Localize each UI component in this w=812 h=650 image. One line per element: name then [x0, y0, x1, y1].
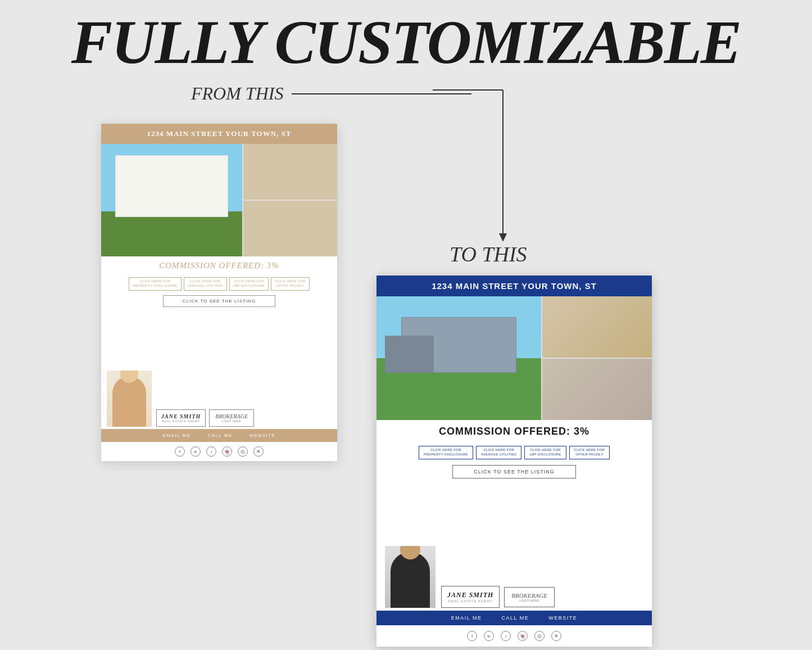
house-illustration-left: [101, 144, 242, 256]
left-linkedin-icon[interactable]: in: [190, 446, 201, 457]
left-email-link[interactable]: EMAIL ME: [163, 433, 191, 438]
left-disclosure-buttons: CLICK HERE FORPROPERTY DISCLOSURE CLICK …: [101, 275, 337, 293]
flyer-left: 1234 MAIN STREET YOUR TOWN, ST COMMISSIO…: [101, 124, 337, 461]
right-offer-packet-btn[interactable]: CLICK HERE FOROFFER PACKET: [569, 446, 610, 459]
house-building-left: [115, 155, 228, 217]
left-brokerage-text: BROKERAGE: [215, 413, 248, 419]
main-title: FULLY CUSTOMIZABLE: [0, 0, 812, 73]
left-offer-packet-btn[interactable]: CLICK HERE FOROFFER PACKET: [271, 277, 310, 291]
left-header-bar: 1234 MAIN STREET YOUR TOWN, ST: [101, 124, 337, 144]
left-agent-name: JANE SMITH: [161, 413, 201, 419]
left-footer-bar: EMAIL ME CALL ME WEBSITE: [101, 429, 337, 442]
left-name-box: JANE SMITH REAL ESTATE AGENT: [156, 409, 206, 427]
right-commission-text: COMMISSION OFFERED: 3%: [382, 426, 646, 437]
svg-marker-2: [499, 233, 507, 242]
flyer-right: 1234 MAIN STREET YOUR TOWN, ST COMMISSIO…: [376, 276, 652, 647]
left-agent-photo: [107, 371, 152, 427]
right-agent-name: JANE SMITH: [447, 591, 493, 599]
left-kitchen-photo: [243, 144, 337, 200]
right-side-photo-1: [542, 296, 652, 358]
house-garage-right: [385, 336, 434, 373]
left-name-logos: JANE SMITH REAL ESTATE AGENT BROKERAGE L…: [156, 409, 332, 427]
left-facebook-icon[interactable]: f: [175, 446, 185, 457]
left-living-room-photo: [243, 201, 337, 256]
left-agent-person: [112, 376, 146, 427]
right-linkedin-icon[interactable]: in: [484, 631, 494, 641]
left-property-disclosure-btn[interactable]: CLICK HERE FORPROPERTY DISCLOSURE: [129, 277, 181, 291]
right-photos-grid: [376, 296, 652, 420]
left-listing-btn[interactable]: CLICK TO SEE THE LISTING: [163, 295, 275, 307]
right-lbp-btn[interactable]: CLICK HERE FORLBP DISCLOSURE: [524, 446, 566, 459]
left-main-photo: [101, 144, 242, 256]
right-commission-section: COMMISSION OFFERED: 3%: [376, 420, 652, 443]
right-header-bar: 1234 MAIN STREET YOUR TOWN, ST: [376, 276, 652, 296]
right-property-disclosure-btn[interactable]: CLICK HERE FORPROPERTY DISCLOSURE: [419, 446, 473, 459]
right-whatsapp-icon[interactable]: ◎: [534, 631, 545, 641]
right-tiktok-icon[interactable]: ♪: [501, 631, 511, 641]
left-tiktok-icon[interactable]: ♪: [206, 446, 216, 457]
house-illustration-right: [376, 296, 541, 420]
left-call-link[interactable]: CALL ME: [207, 433, 232, 438]
to-this-label: TO THIS: [450, 242, 527, 267]
right-agent-section: JANE SMITH REAL ESTATE AGENT BROKERAGE L…: [376, 481, 652, 611]
right-x-icon[interactable]: ✕: [551, 631, 561, 641]
left-photos-grid: [101, 144, 337, 256]
right-agent-person: [391, 552, 430, 608]
right-brokerage-sub: LOGO HERE: [511, 599, 547, 602]
right-listing-btn[interactable]: CLICK TO SEE THE LISTING: [452, 465, 576, 479]
left-agent-section: JANE SMITH REAL ESTATE AGENT BROKERAGE L…: [101, 309, 337, 429]
left-brokerage-box: BROKERAGE LOGO HERE: [209, 409, 254, 427]
right-footer-bar: EMAIL ME CALL ME WEBSITE: [376, 611, 652, 625]
right-social-row: f in ♪ 👻 ◎ ✕: [376, 625, 652, 647]
right-agent-photo: [385, 546, 436, 608]
right-name-box: JANE SMITH REAL ESTATE AGENT: [441, 586, 500, 608]
right-website-link[interactable]: WEBSITE: [548, 615, 577, 621]
right-brokerage-text: BROKERAGE: [511, 592, 547, 599]
left-website-link[interactable]: WEBSITE: [250, 433, 276, 438]
right-name-logos: JANE SMITH REAL ESTATE AGENT BROKERAGE L…: [441, 586, 643, 608]
right-agent-sub: REAL ESTATE AGENT: [447, 599, 493, 603]
left-snapchat-icon[interactable]: 👻: [222, 446, 232, 457]
right-utilities-btn[interactable]: CLICK HERE FORAVERAGE UTILITIES: [476, 446, 521, 459]
from-this-label: FROM THIS: [191, 83, 471, 104]
right-email-link[interactable]: EMAIL ME: [451, 615, 482, 621]
right-disclosure-buttons: CLICK HERE FORPROPERTY DISCLOSURE CLICK …: [376, 443, 652, 462]
left-whatsapp-icon[interactable]: ◎: [238, 446, 248, 457]
left-commission-section: COMMISSION OFFERED: 3%: [101, 256, 337, 275]
right-snapchat-icon[interactable]: 👻: [518, 631, 528, 641]
left-lbp-btn[interactable]: CLICK HERE FORLBP DISCLOSURE: [229, 277, 269, 291]
left-commission-text: COMMISSION OFFERED: 3%: [107, 261, 332, 270]
right-brokerage-box: BROKERAGE LOGO HERE: [504, 587, 555, 607]
left-social-row: f in ♪ 👻 ◎ ✕: [101, 442, 337, 461]
right-facebook-icon[interactable]: f: [467, 631, 477, 641]
right-main-photo: [376, 296, 541, 420]
left-utilities-btn[interactable]: CLICK HERE FORAVERAGE UTILITIES: [184, 277, 227, 291]
left-x-icon[interactable]: ✕: [253, 446, 264, 457]
left-brokerage-sub: LOGO HERE: [215, 419, 248, 423]
right-side-photo-2: [542, 359, 652, 420]
right-call-link[interactable]: CALL ME: [501, 615, 529, 621]
left-agent-sub: REAL ESTATE AGENT: [161, 419, 201, 423]
